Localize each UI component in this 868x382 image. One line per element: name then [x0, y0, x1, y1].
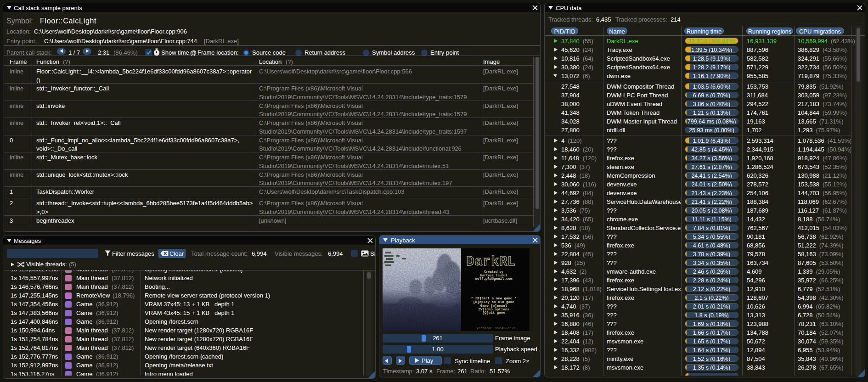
svg-text:wolf.pld@gmail.com: wolf.pld@gmail.com — [475, 277, 513, 281]
svg-text:Version: 15c455ee76: Version: 15c455ee76 — [476, 326, 516, 330]
svg-text:* [S]tart a new game *: * [S]tart a new game * — [471, 297, 516, 300]
svg-text:[Q]uit game: [Q]uit game — [482, 311, 505, 315]
svg-text:Created by: Created by — [484, 270, 504, 274]
svg-text:DarkRL: DarkRL — [466, 254, 515, 270]
svg-text:[R]eplay an old game: [R]eplay an old game — [473, 300, 515, 304]
